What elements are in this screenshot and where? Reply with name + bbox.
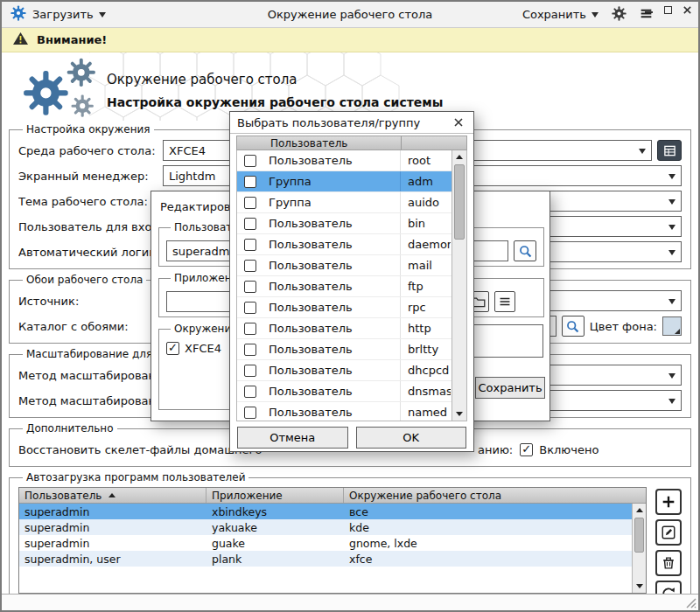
load-menu-button[interactable]: Загрузить	[32, 8, 106, 21]
column-header-user[interactable]: Пользователь	[19, 488, 206, 503]
row-checkbox[interactable]	[244, 281, 256, 293]
row-name: adm	[400, 171, 451, 191]
autostart-toolbar	[655, 489, 682, 607]
row-type: Пользователь	[269, 301, 400, 314]
settings-button[interactable]	[612, 6, 626, 24]
list-item[interactable]: Пользователь dhcpcd	[237, 360, 466, 381]
select-dialog-table-header[interactable]: Пользователь	[236, 136, 467, 150]
list-item[interactable]: Пользователь brltty	[237, 339, 466, 360]
env-xfce4-checkbox[interactable]	[166, 342, 179, 355]
select-dialog-close-button[interactable]	[451, 115, 466, 130]
hamburger-icon	[640, 8, 653, 19]
row-name: dnsmasq	[400, 381, 451, 401]
cancel-button[interactable]: Отмена	[237, 427, 348, 449]
wallpaper-dir-search-button[interactable]	[562, 316, 584, 337]
enabled-checkbox[interactable]	[520, 443, 533, 456]
delete-entry-button[interactable]	[655, 550, 682, 576]
cell-user: superadmin	[19, 537, 206, 550]
list-item[interactable]: Пользователь daemon	[237, 234, 466, 255]
list-item[interactable]: Группа auido	[237, 192, 466, 213]
table-row[interactable]: superadmin, user plank xfce	[19, 551, 646, 567]
user-list: Пользователь root Группа adm Группа auid…	[236, 150, 467, 421]
app-list-button[interactable]	[494, 291, 515, 312]
chevron-down-icon	[668, 225, 676, 230]
env-info-button[interactable]	[657, 140, 682, 161]
select-dialog-buttons: Отмена OK	[230, 421, 473, 449]
column-header-env[interactable]: Окружение рабочего стола	[344, 488, 646, 503]
row-checkbox[interactable]	[244, 239, 256, 251]
list-item[interactable]: Пользователь rpc	[237, 297, 466, 318]
bg-color-button[interactable]	[662, 316, 682, 336]
autostart-table: Пользователь Приложение Окружение рабоче…	[18, 487, 647, 594]
row-checkbox[interactable]	[244, 260, 256, 272]
table-row[interactable]: superadmin xbindkeys все	[19, 504, 646, 519]
scroll-down-icon[interactable]	[633, 580, 646, 593]
magnifier-icon	[565, 319, 580, 334]
pencil-icon	[661, 525, 676, 540]
chevron-down-icon	[668, 373, 676, 379]
wallpaper-source-label: Источник:	[18, 295, 163, 308]
menu-button[interactable]	[640, 8, 653, 22]
desktop-theme-label: Тема рабочего стола:	[18, 195, 163, 208]
close-icon	[682, 5, 692, 15]
table-scrollbar[interactable]	[632, 504, 646, 593]
scroll-thumb[interactable]	[454, 164, 465, 240]
env-settings-legend: Настройка окружения	[23, 123, 154, 136]
list-item[interactable]: Пользователь ftp	[237, 276, 466, 297]
chevron-down-icon	[592, 12, 598, 17]
list-scrollbar[interactable]	[452, 150, 466, 421]
table-row[interactable]: superadmin guake gnome, lxde	[19, 535, 646, 551]
list-item[interactable]: Пользователь dnsmasq	[237, 381, 466, 402]
chevron-down-icon	[668, 399, 676, 404]
gears-logo-icon	[23, 58, 102, 119]
table-row[interactable]: superadmin yakuake kde	[19, 519, 646, 535]
scroll-up-icon[interactable]	[452, 150, 466, 163]
user-search-button[interactable]	[514, 240, 536, 261]
column-header-app[interactable]: Приложение	[206, 488, 344, 503]
autostart-legend: Автозагрузка программ пользователей	[23, 471, 248, 483]
row-checkbox[interactable]	[244, 302, 256, 314]
ok-button[interactable]: OK	[356, 427, 467, 449]
row-checkbox[interactable]	[244, 407, 256, 419]
list-item[interactable]: Группа adm	[237, 171, 466, 192]
resize-grip[interactable]	[684, 596, 696, 609]
row-checkbox[interactable]	[244, 365, 256, 377]
list-item[interactable]: Пользователь root	[237, 150, 466, 171]
list-item[interactable]: Пользователь mail	[237, 255, 466, 276]
row-checkbox[interactable]	[244, 323, 256, 335]
row-checkbox[interactable]	[244, 197, 256, 209]
row-name: bin	[400, 213, 451, 233]
edit-entry-button[interactable]	[655, 519, 682, 546]
row-name: named	[400, 402, 451, 421]
list-item[interactable]: Пользователь bin	[237, 213, 466, 234]
row-checkbox[interactable]	[244, 218, 256, 230]
titlebar: Загрузить Окружение рабочего стола Сохра…	[2, 2, 698, 28]
scroll-thumb[interactable]	[634, 518, 644, 553]
row-checkbox[interactable]	[244, 386, 256, 398]
list-item[interactable]: Пользователь named	[237, 402, 466, 421]
row-checkbox[interactable]	[244, 344, 256, 356]
row-type: Пользователь	[269, 364, 400, 377]
list-item[interactable]: Пользователь http	[237, 318, 466, 339]
scroll-up-icon[interactable]	[633, 504, 646, 517]
row-name: auido	[400, 192, 451, 212]
maximize-button[interactable]	[662, 4, 674, 15]
user-column-header[interactable]: Пользователь	[237, 136, 402, 150]
row-name: rpc	[400, 297, 451, 317]
add-entry-button[interactable]	[655, 489, 682, 515]
load-menu-label: Загрузить	[32, 8, 94, 21]
scroll-down-icon[interactable]	[452, 407, 466, 421]
row-checkbox[interactable]	[244, 176, 256, 188]
row-type: Пользователь	[269, 280, 400, 293]
cell-env: gnome, lxde	[344, 537, 646, 550]
edit-save-button[interactable]: Сохранить	[475, 377, 545, 399]
bg-color-label: Цвет фона:	[590, 320, 657, 333]
row-checkbox[interactable]	[244, 155, 256, 167]
name-column-header[interactable]	[402, 136, 466, 150]
close-button[interactable]	[681, 4, 693, 15]
row-type: Пользователь	[269, 154, 400, 167]
autostart-table-wrap: Пользователь Приложение Окружение рабоче…	[18, 487, 682, 594]
autostart-group: Автозагрузка программ пользователей Поль…	[9, 471, 691, 601]
save-menu-button[interactable]: Сохранить	[522, 8, 598, 21]
restore-skel-label-tail: анию:	[478, 443, 513, 456]
